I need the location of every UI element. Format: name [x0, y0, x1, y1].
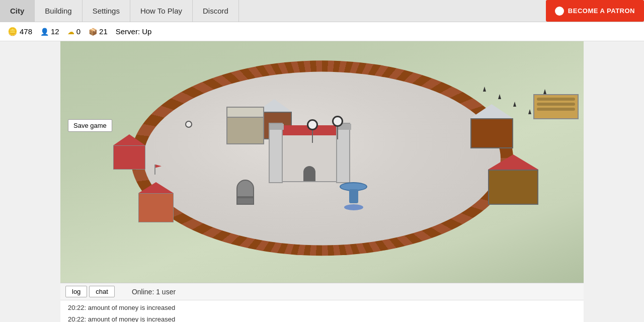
log-area: 20:22: amount of money is increased 20:2…: [60, 300, 584, 322]
patron-label: BECOME A PATRON: [568, 7, 635, 15]
bottom-bar: log chat Online: 1 user: [60, 283, 584, 300]
server-text: Server: Up: [116, 27, 152, 36]
people-value: 12: [51, 27, 59, 36]
server-status: Server: Up: [116, 27, 152, 36]
coins-value: 478: [20, 27, 32, 36]
patreon-icon: [555, 7, 564, 16]
building-market: [488, 154, 538, 205]
building-fountain: [340, 182, 367, 210]
building-well: [236, 180, 254, 205]
people-status: 👤 12: [40, 27, 59, 36]
main-nav: City Building Settings How To Play Disco…: [0, 0, 644, 22]
clouds-value: 0: [76, 27, 80, 36]
nav-building[interactable]: Building: [35, 0, 82, 22]
boxes-value: 21: [99, 27, 108, 36]
coins-status: 🪙 478: [8, 27, 32, 36]
box-icon: 📦: [89, 28, 97, 36]
building-lumber: [533, 94, 579, 119]
nav-settings[interactable]: Settings: [83, 0, 130, 22]
cloud-icon: ☁: [67, 28, 74, 36]
boxes-status: 📦 21: [89, 27, 108, 36]
building-wooden-right: [470, 104, 513, 148]
building-tower-left: [226, 107, 264, 144]
game-container[interactable]: Save game: [60, 41, 584, 283]
log-line-2: 20:22: amount of money is increased: [68, 314, 576, 322]
log-tab[interactable]: log: [65, 286, 87, 297]
log-line-1: 20:22: amount of money is increased: [68, 302, 576, 314]
marker-circle: [185, 121, 192, 128]
building-red-house-left: [113, 134, 145, 170]
status-bar: 🪙 478 👤 12 ☁ 0 📦 21 Server: Up: [0, 22, 644, 41]
online-info: Online: 1 user: [132, 288, 176, 296]
building-bottom-left: [138, 182, 174, 222]
building-archery-left: [307, 119, 318, 143]
nav-discord[interactable]: Discord: [193, 0, 239, 22]
coin-icon: 🪙: [8, 27, 18, 36]
building-archery-right: [332, 116, 343, 139]
nav-city[interactable]: City: [0, 0, 35, 22]
save-game-button[interactable]: Save game: [68, 119, 112, 132]
clouds-status: ☁ 0: [67, 27, 80, 36]
patron-button[interactable]: BECOME A PATRON: [546, 0, 644, 22]
chat-tab[interactable]: chat: [89, 286, 115, 297]
nav-howtoplay[interactable]: How To Play: [130, 0, 193, 22]
person-icon: 👤: [40, 28, 49, 36]
